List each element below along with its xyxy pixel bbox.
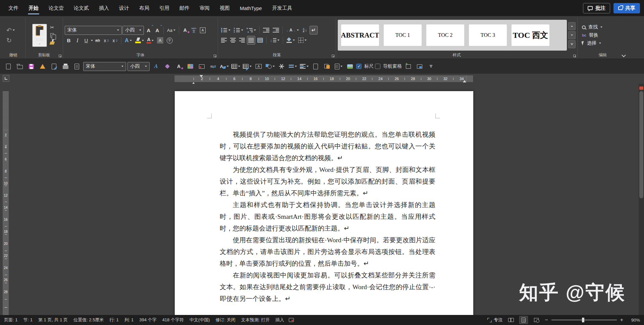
new-window-button[interactable]	[403, 61, 413, 72]
zoom-percentage[interactable]: 90%	[627, 318, 640, 323]
menu-tab-引用[interactable]: 引用	[154, 0, 174, 16]
grow-font-button[interactable]: Aˆ	[145, 26, 153, 35]
align-right-button[interactable]	[238, 36, 246, 45]
paste-button[interactable]: 粘贴	[32, 24, 47, 47]
status-item-5[interactable]: 列: 1	[124, 317, 133, 323]
document-paragraph-2[interactable]: 主题和样式也有助于文档保持协调。当您单击设计并选择新的主题时，图片、图表或·Sm…	[220, 199, 435, 234]
show-formatting-marks-button[interactable]: ↵	[310, 26, 318, 35]
sort-button[interactable]: AZ↓	[301, 26, 309, 35]
menu-tab-论文贰[interactable]: 论文贰	[69, 0, 94, 16]
enclose-characters-button[interactable]: 字	[165, 36, 174, 45]
insert-table-button[interactable]	[231, 61, 241, 72]
paragraph-dialog-launcher[interactable]	[332, 55, 334, 57]
text-box-button[interactable]: A	[254, 61, 264, 72]
read-mode-button[interactable]	[506, 316, 515, 324]
warning-button[interactable]	[38, 61, 48, 72]
style-card-2[interactable]: TOC 2	[426, 24, 464, 46]
line-spacing-button[interactable]: ↕	[269, 36, 281, 45]
style-card-1[interactable]: TOC 1	[384, 24, 422, 46]
list-styles-button[interactable]	[288, 61, 298, 72]
web-layout-button[interactable]	[532, 316, 541, 324]
document-paragraph-1[interactable]: 为使您的文档具有专业外观，Word·提供了页眉、页脚、封面和文本框设计，这些设计…	[220, 164, 435, 199]
menu-tab-插入[interactable]: 插入	[94, 0, 114, 16]
undo-button[interactable]: ↶	[5, 26, 16, 35]
format-eraser-button[interactable]: A	[174, 61, 184, 72]
right-indent-marker[interactable]	[463, 80, 466, 82]
find-button[interactable]: 查找	[582, 24, 602, 30]
menu-tab-审阅[interactable]: 审阅	[195, 0, 215, 16]
style-card-3[interactable]: TOC 3	[469, 24, 507, 46]
status-item-1[interactable]: 节: 1	[23, 317, 32, 323]
print-preview-button[interactable]	[72, 61, 82, 72]
eraser-button[interactable]	[162, 61, 172, 72]
menu-tab-设计[interactable]: 设计	[114, 0, 134, 16]
styles-dialog-launcher[interactable]	[573, 55, 576, 57]
paragraph-layout-button[interactable]: ≡⇄	[208, 61, 218, 72]
status-item-9[interactable]: 修订: 关闭	[216, 317, 235, 323]
first-line-indent-marker[interactable]	[200, 75, 203, 77]
vertical-scrollbar[interactable]	[639, 84, 644, 315]
clear-formatting-button[interactable]: A	[181, 26, 189, 35]
status-item-0[interactable]: 页面: 1	[4, 317, 17, 323]
tab-selector[interactable]	[3, 75, 9, 82]
new-document-button[interactable]	[3, 61, 13, 72]
copy-button[interactable]	[48, 32, 56, 39]
left-indent-marker[interactable]	[192, 76, 195, 82]
character-shading-button[interactable]: A	[156, 36, 165, 45]
status-item-6[interactable]: 394 个字	[139, 317, 156, 323]
symbol-button[interactable]	[276, 61, 286, 72]
redo-button[interactable]: ↻	[5, 36, 13, 45]
italic-button[interactable]: I	[73, 36, 82, 45]
scrollbar-thumb[interactable]	[639, 91, 643, 198]
status-item-10[interactable]: 文本预测: 打开	[241, 317, 270, 323]
document-text-button[interactable]	[333, 61, 343, 72]
copy-pages-button[interactable]	[322, 61, 332, 72]
shading-button[interactable]	[285, 36, 296, 45]
increase-indent-button[interactable]	[271, 26, 280, 35]
gallery-scroll-up-button[interactable]	[568, 22, 576, 30]
pen-annotate-button[interactable]: A	[151, 61, 161, 72]
status-item-2[interactable]: 第 1 页, 共 1 页	[38, 317, 68, 323]
menu-tab-文件[interactable]: 文件	[3, 0, 23, 16]
multilevel-list-button[interactable]	[245, 26, 257, 35]
status-item-8[interactable]: 中文(中国)	[190, 317, 210, 323]
strikethrough-button[interactable]: ab	[94, 36, 102, 45]
replace-button[interactable]: bc替换	[582, 32, 598, 38]
phonetic-guide-button[interactable]: wén文	[190, 26, 198, 35]
cut-button[interactable]: ✂	[48, 24, 56, 31]
underline-dropdown-icon[interactable]	[91, 40, 93, 41]
document-paragraph-4[interactable]: 在新的阅读视图中阅读更加容易。可以折叠文档某些部分并关注所需文本。如果在达到结尾…	[220, 269, 435, 305]
share-button[interactable]: 共享	[613, 3, 640, 13]
toolbar-font-size-combobox[interactable]: 小四	[127, 62, 150, 71]
zoom-slider[interactable]	[551, 320, 617, 320]
align-center-button[interactable]	[229, 36, 237, 45]
screenshot-button[interactable]	[415, 61, 425, 72]
status-item-4[interactable]: 行: 1	[109, 317, 118, 323]
bold-button[interactable]: B	[65, 36, 73, 45]
ruler-checkbox[interactable]: ✓标尺	[356, 61, 374, 72]
format-painter-button[interactable]	[48, 40, 56, 47]
toolbar-font-name-combobox[interactable]: 宋体	[83, 62, 126, 71]
print-layout-button[interactable]	[519, 316, 528, 324]
select-button[interactable]: 选择	[582, 40, 601, 46]
menu-tab-MathType[interactable]: MathType	[235, 0, 267, 16]
status-item-7[interactable]: 418 个字符	[162, 317, 184, 323]
highlight-button[interactable]	[134, 36, 145, 45]
document-paragraph-3[interactable]: 使用在需要位置出现的新按钮在·Word·中保存时间。若要更改图片适应文档的方式，…	[220, 234, 435, 269]
navigation-pane-checkbox[interactable]: 导航窗格	[375, 61, 402, 72]
asian-layout-button[interactable]: ←A→	[285, 26, 300, 35]
insert-picture-button[interactable]	[345, 61, 355, 72]
vertical-ruler[interactable]: 246810121416182022242628	[3, 91, 9, 315]
text-effects-button[interactable]: A	[123, 36, 133, 45]
numbering-button[interactable]	[232, 26, 245, 35]
save-button[interactable]	[26, 61, 36, 72]
macro-record-icon[interactable]	[289, 318, 294, 322]
change-case-button[interactable]: Aa	[166, 26, 177, 35]
menu-tab-布局[interactable]: 布局	[134, 0, 154, 16]
style-brush-button[interactable]: A	[219, 61, 229, 72]
document-paragraph-0[interactable]: 视频提供了功能强大的方法帮助您证明您的观点。当您单击联机视频时，可以在想要添加的…	[220, 129, 435, 164]
menu-tab-论文壹[interactable]: 论文壹	[44, 0, 69, 16]
bullets-button[interactable]	[220, 26, 232, 35]
menu-tab-视图[interactable]: 视图	[215, 0, 235, 16]
subscript-button[interactable]: x2	[102, 36, 110, 45]
